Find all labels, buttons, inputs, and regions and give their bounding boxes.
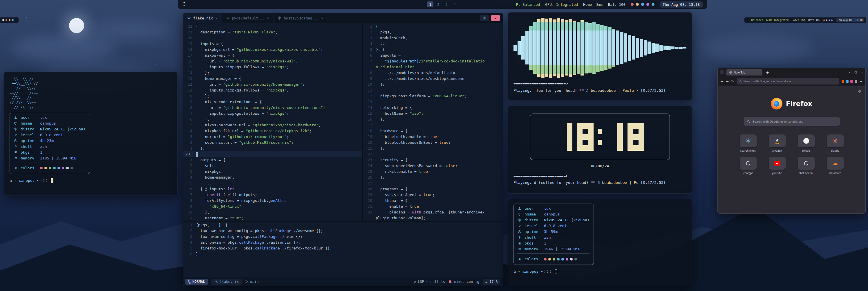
editor-tab[interactable]: pkgs/default...× bbox=[222, 13, 274, 23]
workspace-button[interactable]: 2 bbox=[435, 1, 441, 7]
code-text: hardware = { bbox=[376, 128, 408, 134]
code-text: imports = [ bbox=[376, 53, 405, 58]
tray-icon[interactable] bbox=[823, 20, 825, 21]
workspace-button[interactable]: 3 bbox=[443, 1, 450, 7]
shortcut-icon-card[interactable] bbox=[827, 135, 844, 147]
shell-icon: $ bbox=[517, 235, 522, 240]
tray-icon[interactable] bbox=[646, 3, 649, 6]
star bbox=[764, 29, 765, 30]
shortcut-tile[interactable]: github bbox=[795, 135, 817, 152]
datetime-widget[interactable]: Thu Aug 08, 18:18 bbox=[660, 1, 703, 7]
newtab-search-input[interactable]: Search with Google or enter address bbox=[744, 117, 840, 126]
terminal-fastfetch-right[interactable]: usertuxhnamecanopusdistroNixOS 24.11 (Vi… bbox=[508, 199, 692, 286]
shortcut-tile[interactable]: chat.openai bbox=[795, 157, 817, 175]
editor-pane-flake[interactable]: 22{21 description = "tux's NixOS Flake";… bbox=[183, 23, 362, 221]
extension-icon[interactable] bbox=[850, 80, 853, 83]
clock-cell bbox=[561, 129, 567, 134]
secondary-top-bar: P: Balanced GPU: Integrated Home: 6ms Ba… bbox=[744, 18, 866, 23]
maximize-button[interactable]: □ bbox=[855, 71, 857, 74]
shell-prompt[interactable]: ⌂→canopus~))) bbox=[514, 269, 686, 274]
personalize-gear-icon[interactable]: ⚙ bbox=[858, 89, 861, 93]
code-text: networking = { bbox=[376, 105, 412, 111]
shortcut-icon-card[interactable] bbox=[740, 135, 756, 147]
shortcut-icon-card[interactable]: ☁ bbox=[827, 157, 844, 170]
line-number: 7 bbox=[183, 192, 196, 198]
terminal-cursor[interactable] bbox=[51, 178, 53, 183]
shortcut-tile[interactable]: chatgpt bbox=[737, 157, 760, 175]
browser-tab[interactable]: New Tab bbox=[726, 69, 763, 76]
palette-swatch bbox=[49, 167, 51, 169]
close-button[interactable]: × bbox=[861, 71, 863, 74]
shortcut-icon-card[interactable] bbox=[798, 157, 815, 170]
extension-icon[interactable] bbox=[846, 80, 848, 83]
tray-icon[interactable] bbox=[641, 3, 644, 6]
shortcut-icon-card[interactable] bbox=[740, 157, 756, 170]
visualizer-bar bbox=[655, 43, 659, 52]
clock-cell bbox=[577, 134, 583, 140]
terminal-visualizer[interactable]: =======================> Playing: ffee f… bbox=[508, 12, 692, 100]
shell-prompt[interactable]: ⌂→canopus~))) bbox=[9, 178, 172, 183]
shortcut-tile[interactable]: search.nixos bbox=[737, 135, 760, 152]
uptime-icon bbox=[13, 139, 18, 143]
workspace-button[interactable]: 1 bbox=[427, 1, 433, 7]
editor-pane-iso[interactable]: 1{2 pkgs,3 modulesPath,4 ...5}: {6 impor… bbox=[363, 23, 503, 221]
tray-icon[interactable] bbox=[2, 19, 4, 21]
editor-tab[interactable]: flake.nix× bbox=[183, 13, 222, 23]
menu-button[interactable]: ≡ bbox=[860, 80, 863, 83]
app-launcher-icon[interactable]: ⠿ bbox=[182, 2, 185, 7]
tray-icon[interactable] bbox=[631, 3, 633, 6]
editor-pane-pkgs[interactable]: 1{pkgs, ...}: {2 tux-awesome-wm-config =… bbox=[183, 222, 503, 278]
editor-tab[interactable]: hosts/isoImag...× bbox=[274, 13, 328, 23]
shortcut-tile[interactable]: claude bbox=[824, 135, 846, 152]
tab-close-icon[interactable]: × bbox=[215, 16, 218, 20]
workspace-button[interactable]: 4 bbox=[452, 1, 458, 7]
clock-cell bbox=[588, 123, 594, 129]
network-latency-status: Home: 8ms bbox=[583, 2, 603, 7]
code-line: 6 } @ inputs: let bbox=[183, 186, 362, 192]
tray-icon[interactable] bbox=[636, 3, 639, 6]
shortcut-icon-card[interactable] bbox=[798, 135, 815, 147]
system-info-box: usertuxhnamecanopusdistroNixOS 24.11 (Vi… bbox=[9, 113, 90, 174]
url-bar[interactable]: Search with Google or enter address bbox=[737, 78, 839, 85]
shortcut-tile[interactable]: ☁cloudflare bbox=[824, 157, 846, 175]
code-text: rtkit.enable = true; bbox=[376, 169, 430, 175]
extension-icon[interactable] bbox=[855, 80, 857, 83]
back-button[interactable]: ← bbox=[721, 80, 723, 83]
reload-button[interactable]: ↻ bbox=[731, 80, 734, 83]
tray-icon[interactable] bbox=[652, 3, 654, 6]
tray-icon[interactable] bbox=[9, 19, 10, 21]
minimize-button[interactable]: – bbox=[849, 71, 850, 74]
firefox-view-button[interactable] bbox=[720, 70, 724, 74]
info-label: kernel bbox=[525, 223, 541, 229]
shortcut-tile[interactable]: aamazon bbox=[766, 135, 788, 152]
terminal-clock[interactable]: 08/08/24 =======================> Playin… bbox=[508, 106, 692, 194]
code-text: inherit (self) outputs; bbox=[196, 192, 257, 198]
lsp-status: ⚙LSP ~ null-ls bbox=[414, 280, 445, 284]
visualizer-bar bbox=[565, 20, 568, 75]
clock-cell bbox=[577, 140, 583, 145]
clock-cell bbox=[588, 134, 594, 140]
tray-icon[interactable] bbox=[826, 20, 827, 21]
tab-close-icon[interactable]: × bbox=[321, 16, 323, 20]
forward-button[interactable]: → bbox=[726, 80, 728, 83]
tab-close-icon[interactable]: × bbox=[267, 16, 269, 20]
datetime-widget[interactable]: Thu Aug 08, 18:18 bbox=[836, 18, 864, 22]
tray-icon[interactable] bbox=[831, 20, 833, 21]
new-tab-button[interactable]: + bbox=[765, 70, 770, 75]
code-text: }; bbox=[196, 70, 210, 76]
terminal-fastfetch-left[interactable]: \\ \\ // ==\\__\\/ // // \\// ==// //== … bbox=[4, 72, 178, 196]
shortcut-icon-card[interactable]: a bbox=[769, 135, 785, 147]
bufferline-close-button[interactable]: × bbox=[491, 15, 500, 21]
new-tab-page: ⚙ Firefox Search with Google or enter ad… bbox=[718, 86, 865, 214]
terminal-cursor[interactable] bbox=[555, 269, 557, 274]
code-line: plugin thunar-volman]; bbox=[363, 215, 503, 221]
code-text: }; bbox=[376, 146, 385, 151]
tray-icon[interactable] bbox=[5, 19, 7, 21]
tray-icon[interactable] bbox=[829, 20, 830, 21]
shortcut-icon-card[interactable]: ▶ bbox=[769, 157, 785, 170]
extension-icon[interactable] bbox=[842, 80, 844, 83]
bufferline-pick-button[interactable] bbox=[480, 15, 489, 21]
shortcut-tile[interactable]: ▶youtube bbox=[766, 157, 788, 175]
tray-icon[interactable] bbox=[12, 19, 13, 21]
prompt-chevron: ) bbox=[550, 269, 552, 274]
